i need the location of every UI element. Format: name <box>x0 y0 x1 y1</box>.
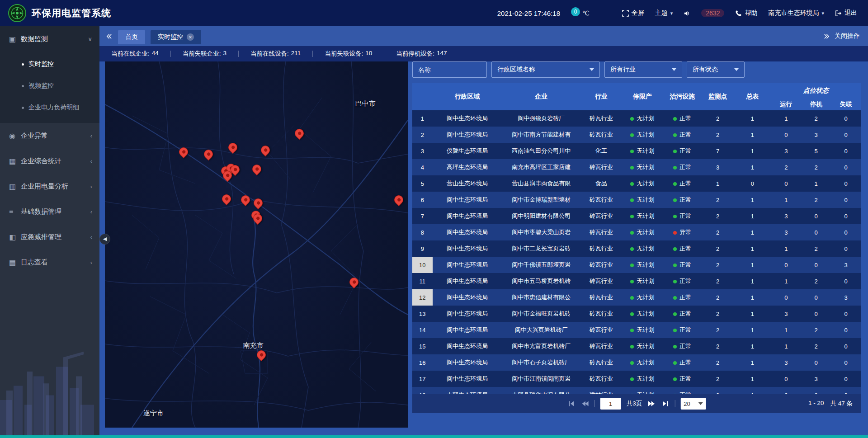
table-row[interactable]: 7阆中生态环境局阆中明阳建材有限公司砖瓦行业无计划正常21300 <box>412 208 861 224</box>
map-pin[interactable] <box>252 165 262 175</box>
chevron-down-icon: ▾ <box>821 10 824 16</box>
status-filter-select[interactable]: 所有状态 <box>687 61 745 78</box>
table-row[interactable]: 13阆中生态环境局阆中市金福旺页岩机砖砖瓦行业无计划正常21300 <box>412 306 861 322</box>
table-row[interactable]: 5营山生态环境局营山县润丰肉食品有限食品无计划正常10010 <box>412 175 861 192</box>
sidebar-item-video-monitor[interactable]: 视频监控 <box>0 75 99 97</box>
logout-button[interactable]: 退出 <box>835 9 857 17</box>
map-collapse-button[interactable]: ◀ <box>99 234 110 245</box>
cell-meters: 1 <box>734 143 771 159</box>
fullscreen-button[interactable]: 全屏 <box>622 9 644 17</box>
table-row[interactable]: 14阆中生态环境局阆中大兴页岩机砖厂砖瓦行业无计划正常21120 <box>412 322 861 338</box>
org-dropdown[interactable]: 南充市生态环境局 ▾ <box>768 9 824 17</box>
sidebar-item-realtime-monitor[interactable]: 实时监控 <box>0 53 99 75</box>
cell-facility-status: 正常 <box>663 110 702 127</box>
pin-icon <box>251 212 264 225</box>
table-row[interactable]: 2阆中生态环境局阆中市南方节能建材有砖瓦行业无计划正常21030 <box>412 127 861 143</box>
sidebar-item-power-load-detail[interactable]: 企业电力负荷明细 <box>0 97 99 118</box>
table-row[interactable]: 6阆中生态环境局阆中市金博瑞新型墙材砖瓦行业无计划正常21120 <box>412 192 861 208</box>
map-pin[interactable] <box>179 147 189 158</box>
map-pin[interactable] <box>222 171 232 182</box>
sidebar-section-emergency-reduction[interactable]: ◧应急减排管理‹ <box>0 224 99 250</box>
alarm-count-badge[interactable]: 2632 <box>701 9 724 17</box>
first-page-button[interactable] <box>567 400 576 408</box>
cell-points: 2 <box>702 322 734 338</box>
cell-meters: 1 <box>734 159 771 175</box>
sidebar-section-base-data[interactable]: ≡基础数据管理‹ <box>0 199 99 224</box>
table-row[interactable]: 18南部生态环境局南部县瑞华水泥有限公建材行业无计划正常21030 <box>412 387 861 394</box>
sidebar-section-company-abnormal[interactable]: ◉企业异常‹ <box>0 123 99 148</box>
map-pin[interactable] <box>349 278 359 288</box>
cell-limit-status: 无计划 <box>622 371 663 387</box>
map-pin[interactable] <box>222 194 231 205</box>
table-row[interactable]: 15阆中生态环境局阆中市光富页岩机砖厂砖瓦行业无计划正常21120 <box>412 338 861 354</box>
alarm-sound-button[interactable] <box>684 10 690 17</box>
pin-icon <box>239 193 252 206</box>
theme-dropdown[interactable]: 主题 ▾ <box>655 9 673 17</box>
sidebar-section-data-monitor[interactable]: ▣数据监测∨ <box>0 26 99 52</box>
row-number-cell: 6 <box>412 192 433 208</box>
region-filter-select[interactable]: 行政区域名称 <box>491 61 600 78</box>
table-row[interactable]: 3仪陇生态环境局西南油气田分公司川中化工无计划正常71350 <box>412 143 861 159</box>
cell-facility-status: 正常 <box>663 289 702 306</box>
cell-meters: 1 <box>734 240 771 257</box>
page-number-input[interactable] <box>600 398 621 410</box>
map-pin[interactable] <box>253 214 263 225</box>
speaker-icon <box>684 10 690 17</box>
cell-points: 7 <box>702 143 734 159</box>
pin-icon <box>392 193 405 206</box>
last-page-button[interactable] <box>661 400 669 408</box>
table-row[interactable]: 17阆中生态环境局阆中市江南镇阆南页岩砖瓦行业无计划正常21030 <box>412 371 861 387</box>
tab-close-icon[interactable]: × <box>187 33 194 41</box>
total-pages-label: 共3页 <box>627 400 642 408</box>
status-dot-green-icon <box>630 247 634 251</box>
map-pin[interactable] <box>260 146 270 156</box>
map-pin[interactable] <box>228 143 238 154</box>
tabs-scroll-left-button[interactable] <box>106 33 113 40</box>
next-page-button[interactable] <box>647 400 656 408</box>
company-table-body: 1阆中生态环境局阆中强锐页岩砖厂砖瓦行业无计划正常211202阆中生态环境局阆中… <box>412 110 861 394</box>
map-pin[interactable] <box>241 195 250 206</box>
chevron-left-icon: ‹ <box>90 259 92 266</box>
table-row[interactable]: 4高坪生态环境局南充市高坪区王家店建砖瓦行业无计划正常31220 <box>412 159 861 175</box>
table-row[interactable]: 11阆中生态环境局阆中市五马桥页岩机砖砖瓦行业无计划正常21120 <box>412 273 861 289</box>
filter-bar: 行政区域名称 所有行业 所有状态 <box>412 61 861 78</box>
page-size-select[interactable]: 20 <box>680 398 706 410</box>
table-row[interactable]: 9阆中生态环境局阆中市二龙长宝页岩砖砖瓦行业无计划正常21120 <box>412 240 861 257</box>
cell-run: 2 <box>771 159 801 175</box>
cell-facility-status: 正常 <box>663 371 702 387</box>
cell-points: 2 <box>702 306 734 322</box>
map-pin[interactable] <box>294 129 304 140</box>
cell-stop: 0 <box>801 354 831 371</box>
cell-run: 0 <box>771 371 801 387</box>
name-filter-input[interactable] <box>418 66 481 73</box>
sidebar-section-log-view[interactable]: ▤日志查看‹ <box>0 250 99 275</box>
sidebar-section-power-analysis[interactable]: ▥企业用电量分析‹ <box>0 174 99 199</box>
cell-limit-status: 无计划 <box>622 192 663 208</box>
table-row[interactable]: 8阆中生态环境局阆中市枣碧大梁山页岩砖瓦行业无计划异常21300 <box>412 224 861 240</box>
map[interactable]: 巴中市南充市遂宁市 ◀ <box>105 61 408 428</box>
stat-label: 当前失联企业: <box>183 50 221 58</box>
row-number-cell: 3 <box>412 143 433 159</box>
table-row[interactable]: 1阆中生态环境局阆中强锐页岩砖厂砖瓦行业无计划正常21120 <box>412 110 861 127</box>
cell-stop: 3 <box>801 387 831 394</box>
table-row[interactable]: 10阆中生态环境局阆中千佛镇五郎垭页岩砖瓦行业无计划正常21003 <box>412 257 861 273</box>
map-pin[interactable] <box>256 350 266 361</box>
table-row[interactable]: 16阆中生态环境局阆中市石子页岩机砖厂砖瓦行业无计划正常21300 <box>412 354 861 371</box>
cell-points: 3 <box>702 159 734 175</box>
map-pin[interactable] <box>394 195 404 206</box>
map-pin[interactable] <box>203 150 213 160</box>
status-dot-green-icon <box>630 182 634 186</box>
cell-limit-status: 无计划 <box>622 208 663 224</box>
tab-realtime-monitor[interactable]: 实时监控 × <box>151 30 201 44</box>
chevron-left-icon: ◀ <box>103 236 107 242</box>
prev-page-icon <box>581 400 589 408</box>
sidebar-section-company-statistics[interactable]: ▦企业综合统计‹ <box>0 148 99 174</box>
status-dot-green-icon <box>630 133 634 137</box>
map-pin[interactable] <box>253 198 263 209</box>
prev-page-button[interactable] <box>581 400 589 408</box>
industry-filter-select[interactable]: 所有行业 <box>604 61 682 78</box>
table-row[interactable]: 12阆中生态环境局阆中市忠信建材有限公砖瓦行业无计划正常21003 <box>412 289 861 306</box>
help-button[interactable]: 帮助 <box>735 9 757 17</box>
tab-home[interactable]: 首页 <box>118 30 145 44</box>
close-operations-button[interactable]: 关闭操作 <box>823 32 860 40</box>
